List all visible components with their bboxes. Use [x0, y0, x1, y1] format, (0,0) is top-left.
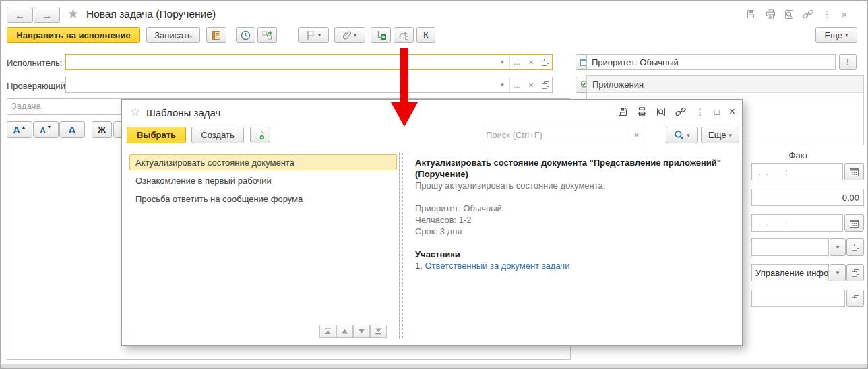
annotation-arrow-down: [390, 48, 419, 128]
fact-end-date-input[interactable]: . . :: [751, 214, 843, 232]
importance-button[interactable]: !: [839, 54, 857, 70]
search-button[interactable]: ▾: [666, 127, 698, 143]
font-increase-button[interactable]: А▲: [7, 121, 32, 138]
clear-icon[interactable]: ×: [524, 55, 538, 69]
dropdown-caret-icon[interactable]: ▾: [495, 55, 509, 69]
dialog-window-controls: ⋮ □ ×: [618, 106, 735, 117]
task-window: ← → ★ Новая задача (Поручение) ⋮ × Напра…: [0, 0, 868, 369]
move-up-button[interactable]: [336, 325, 353, 338]
plan-button[interactable]: [257, 27, 277, 43]
reviewer-input[interactable]: ▾ … ×: [65, 77, 553, 93]
choose-ellipsis-icon[interactable]: …: [509, 55, 524, 69]
move-down-button[interactable]: [353, 325, 370, 338]
department-open-button[interactable]: [846, 264, 864, 281]
reminder-button[interactable]: [236, 27, 255, 43]
subtask-button[interactable]: [371, 27, 391, 43]
link-icon[interactable]: [802, 9, 814, 20]
submit-button-label: Направить на исполнение: [16, 30, 130, 40]
amount-value: 0,00: [842, 193, 859, 203]
maximize-icon[interactable]: □: [714, 108, 720, 116]
link-icon[interactable]: [675, 107, 686, 116]
bold-button[interactable]: Ж: [92, 121, 112, 138]
executor-label: Исполнитель:: [7, 58, 62, 68]
fact-start-calendar-button[interactable]: [844, 163, 864, 180]
addressbook-button[interactable]: [206, 27, 226, 43]
dropdown-caret-icon[interactable]: ▾: [495, 77, 509, 92]
preview-icon[interactable]: [656, 107, 666, 117]
attach-dropdown-button[interactable]: ▾: [334, 27, 365, 43]
create-button-label: Создать: [201, 130, 234, 140]
save-icon[interactable]: [745, 9, 757, 20]
move-top-button[interactable]: [319, 325, 336, 338]
write-button[interactable]: Записать: [146, 27, 200, 43]
menu-dots-icon[interactable]: ⋮: [821, 9, 833, 20]
project-open-button[interactable]: [846, 238, 864, 256]
template-label: Актуализировать состояние документа: [135, 158, 294, 168]
open-icon[interactable]: [538, 77, 552, 92]
fact-hours-input[interactable]: 0,00: [751, 189, 864, 206]
close-icon[interactable]: ×: [729, 106, 735, 117]
template-list-item[interactable]: Актуализировать состояние документа: [129, 154, 397, 170]
page-title: Новая задача (Поручение): [86, 8, 216, 20]
redirect-button[interactable]: [394, 27, 414, 43]
forward-button[interactable]: →: [34, 7, 60, 23]
back-button[interactable]: ←: [7, 7, 33, 23]
pane-splitter[interactable]: [402, 152, 403, 339]
template-list: Актуализировать состояние документа Озна…: [127, 152, 400, 339]
menu-dots-icon[interactable]: ⋮: [695, 107, 705, 116]
project-input[interactable]: [751, 238, 829, 256]
tree-plus-icon: [376, 30, 386, 40]
clear-icon[interactable]: ×: [524, 77, 538, 92]
back-icon: ←: [15, 9, 25, 21]
search-input[interactable]: [483, 127, 629, 143]
write-button-label: Записать: [154, 30, 192, 40]
move-bottom-icon: [375, 328, 382, 335]
department-dropdown-button[interactable]: ▾: [830, 264, 846, 281]
dialog-title: Шаблоны задач: [146, 107, 220, 119]
clear-icon[interactable]: ×: [629, 127, 644, 143]
participant-link[interactable]: Ответственный за документ задачи: [425, 261, 569, 271]
k-button[interactable]: К: [416, 27, 435, 43]
open-icon[interactable]: [538, 55, 552, 69]
basis-input[interactable]: [751, 290, 845, 307]
print-icon[interactable]: [637, 107, 647, 116]
move-bottom-button[interactable]: [370, 325, 387, 338]
copy-template-button[interactable]: [250, 127, 270, 143]
open-icon: [852, 295, 859, 302]
close-icon[interactable]: ×: [838, 9, 850, 20]
flag-dropdown-button[interactable]: ▾: [298, 27, 329, 43]
dropdown-caret-icon: ▾: [318, 32, 321, 38]
fact-start-date-input[interactable]: . . :: [751, 163, 843, 180]
submit-button[interactable]: Направить на исполнение: [7, 27, 140, 43]
choose-ellipsis-icon[interactable]: …: [509, 77, 524, 92]
select-template-button[interactable]: Выбрать: [127, 127, 186, 143]
preview-icon[interactable]: [783, 9, 795, 20]
addressbook-icon: [212, 30, 221, 40]
flag-icon: [306, 30, 315, 40]
font-decrease-button[interactable]: А▼: [33, 121, 59, 138]
fact-column-header: Факт: [751, 150, 846, 160]
dropdown-caret-icon: ▾: [728, 132, 732, 139]
save-icon[interactable]: [618, 107, 627, 116]
priority-field[interactable]: Приоритет: Обычный: [586, 54, 836, 70]
project-dropdown-button[interactable]: ▾: [830, 238, 846, 256]
template-search-field[interactable]: ×: [483, 127, 644, 143]
print-icon[interactable]: [764, 9, 776, 20]
open-icon: [852, 244, 859, 251]
department-input[interactable]: Управление инфо: [751, 264, 829, 281]
dialog-more-button[interactable]: Еще ▾: [701, 127, 739, 143]
font-increase-icon: А: [13, 125, 20, 135]
template-list-item[interactable]: Ознакомление в первый рабочий: [129, 172, 397, 189]
executor-input[interactable]: ▾ … ×: [65, 54, 553, 70]
details-priority: Приоритет: Обычный: [415, 203, 732, 214]
create-template-button[interactable]: Создать: [191, 127, 244, 143]
move-up-icon: [341, 328, 348, 335]
template-list-item[interactable]: Просьба ответить на сообщение форума: [129, 191, 397, 207]
participant-number: 1.: [415, 261, 423, 271]
more-button[interactable]: Еще ▾: [815, 27, 857, 43]
favorite-star-icon[interactable]: ★: [67, 6, 79, 22]
font-color-button[interactable]: А: [59, 121, 85, 138]
dialog-favorite-star-icon[interactable]: ☆: [130, 105, 140, 119]
basis-open-button[interactable]: [846, 290, 864, 307]
fact-end-calendar-button[interactable]: [844, 214, 864, 232]
